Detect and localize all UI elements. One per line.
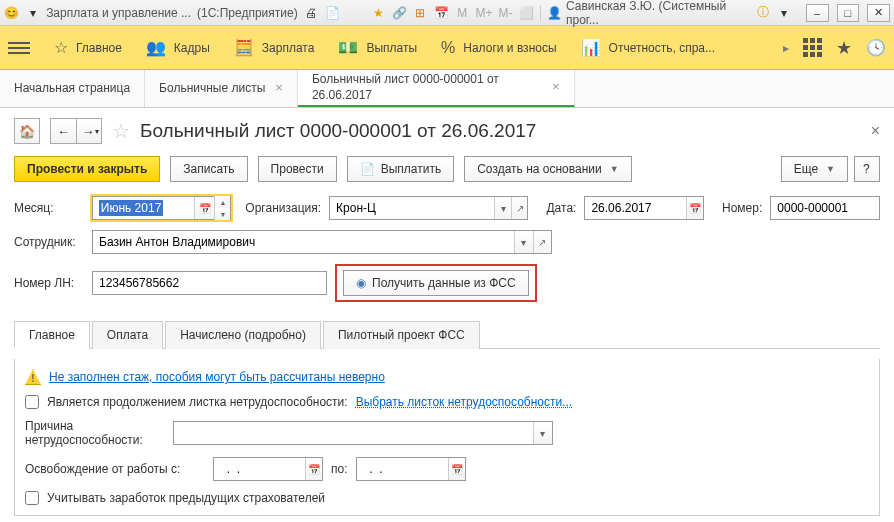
reason-field[interactable]: ▾ [173, 421, 553, 445]
date-input[interactable] [585, 197, 686, 219]
chevron-right-icon[interactable]: ▸ [783, 41, 789, 55]
nav-main[interactable]: ☆Главное [54, 38, 122, 57]
month-field[interactable]: Июнь 2017 📅 ▲▼ [92, 196, 232, 220]
tab-label: Оплата [107, 328, 148, 342]
pay-button[interactable]: 📄Выплатить [347, 156, 455, 182]
m-plus-icon[interactable]: M+ [476, 5, 492, 21]
fss-button[interactable]: ◉ Получить данные из ФСС [343, 270, 529, 296]
run-button[interactable]: Провести [258, 156, 337, 182]
page-tab-doc[interactable]: Больничный лист 0000-000001 от 26.06.201… [298, 70, 575, 107]
continuation-link[interactable]: Выбрать листок нетрудоспособности... [356, 395, 573, 409]
pay-icon: 📄 [360, 162, 375, 176]
dropdown-icon[interactable]: ▾ [494, 197, 511, 219]
home-button[interactable]: 🏠 [14, 118, 40, 144]
warning-icon: ! [25, 369, 41, 385]
ln-input[interactable] [93, 272, 326, 294]
continuation-checkbox[interactable] [25, 395, 39, 409]
date-field[interactable]: 📅 [584, 196, 704, 220]
print-icon[interactable]: 🖨 [304, 5, 319, 21]
close-window-button[interactable]: ✕ [867, 4, 890, 22]
write-button[interactable]: Записать [170, 156, 247, 182]
user-area[interactable]: 👤 Савинская З.Ю. (Системный прог... [547, 0, 750, 27]
org-label: Организация: [245, 201, 321, 215]
m-icon[interactable]: M [455, 5, 470, 21]
tab-close-icon[interactable]: × [552, 79, 560, 96]
hamburger-icon[interactable] [8, 39, 30, 57]
open-icon[interactable]: ↗ [511, 197, 528, 219]
info-dd-icon[interactable]: ▾ [777, 5, 792, 21]
reason-input[interactable] [174, 422, 533, 444]
employee-field[interactable]: ▾ ↗ [92, 230, 552, 254]
create-based-button[interactable]: Создать на основании▼ [464, 156, 631, 182]
tab-body: ! Не заполнен стаж, пособия могут быть р… [14, 359, 880, 516]
star-icon[interactable]: ★ [371, 5, 386, 21]
nav-reports[interactable]: 📊Отчетность, спра... [581, 38, 715, 57]
month-spinner[interactable]: ▲▼ [214, 196, 230, 220]
apps-grid-icon[interactable] [803, 38, 822, 57]
release-to-field[interactable]: 📅 [356, 457, 466, 481]
release-from-input[interactable] [214, 458, 305, 480]
run-close-button[interactable]: Провести и закрыть [14, 156, 160, 182]
fss-icon: ◉ [356, 276, 366, 290]
nav-taxes[interactable]: %Налоги и взносы [441, 39, 557, 57]
info-icon[interactable]: ⓘ [756, 5, 771, 21]
calendar-icon[interactable]: 📅 [434, 5, 449, 21]
calendar-picker-icon[interactable]: 📅 [305, 458, 322, 480]
person-icon: 👤 [547, 6, 562, 20]
employee-input[interactable] [93, 231, 514, 253]
org-field[interactable]: ▾ ↗ [329, 196, 528, 220]
calendar-picker-icon[interactable]: 📅 [686, 197, 703, 219]
m-minus-icon[interactable]: M- [498, 5, 513, 21]
number-field[interactable] [770, 196, 880, 220]
tab-label: Пилотный проект ФСС [338, 328, 465, 342]
page-tab-start[interactable]: Начальная страница [0, 70, 145, 107]
btn-label: ? [863, 162, 870, 176]
inner-tab-payment[interactable]: Оплата [92, 321, 163, 349]
dropdown-icon[interactable]: ▾ [533, 422, 552, 444]
open-icon[interactable]: ↗ [533, 231, 551, 253]
nav-payments[interactable]: 💵Выплаты [338, 38, 417, 57]
nav-salary-label: Зарплата [262, 41, 315, 55]
favorite-star-icon[interactable]: ☆ [112, 119, 130, 143]
warning-link[interactable]: Не заполнен стаж, пособия могут быть рас… [49, 370, 385, 384]
nav-main-label: Главное [76, 41, 122, 55]
inner-tab-pilot[interactable]: Пилотный проект ФСС [323, 321, 480, 349]
form: Месяц: Июнь 2017 📅 ▲▼ Организация: ▾ ↗ Д… [14, 196, 880, 516]
page-tab-label: Больничные листы [159, 81, 265, 97]
page-tab-list[interactable]: Больничные листы× [145, 70, 298, 107]
titlebar: 😊 ▾ Зарплата и управление ... (1С:Предпр… [0, 0, 894, 26]
tab-close-icon[interactable]: × [275, 80, 283, 97]
page-tab-label: Больничный лист 0000-000001 от 26.06.201… [312, 72, 542, 103]
org-input[interactable] [330, 197, 494, 219]
release-from-field[interactable]: 📅 [213, 457, 323, 481]
maximize-button[interactable]: □ [837, 4, 860, 22]
number-input[interactable] [771, 197, 879, 219]
inner-tab-main[interactable]: Главное [14, 321, 90, 349]
nav-salary[interactable]: 🧮Зарплата [234, 38, 315, 57]
release-label: Освобождение от работы с: [25, 462, 205, 476]
ln-field[interactable] [92, 271, 327, 295]
more-button[interactable]: Еще▼ [781, 156, 848, 182]
minimize-button[interactable]: – [806, 4, 829, 22]
back-button[interactable]: ← [50, 118, 76, 144]
calendar-picker-icon[interactable]: 📅 [448, 458, 465, 480]
doc-icon[interactable]: 📄 [325, 5, 340, 21]
table-icon[interactable]: ⊞ [413, 5, 428, 21]
history-icon[interactable]: 🕓 [866, 38, 886, 57]
inner-tab-detailed[interactable]: Начислено (подробно) [165, 321, 321, 349]
dropdown-icon[interactable]: ▾ [514, 231, 532, 253]
release-to-input[interactable] [357, 458, 448, 480]
calendar-picker-icon[interactable]: 📅 [194, 197, 214, 219]
app-suffix: (1С:Предприятие) [197, 6, 298, 20]
link-icon[interactable]: 🔗 [392, 5, 407, 21]
dropdown-icon[interactable]: ▾ [25, 5, 40, 21]
close-doc-button[interactable]: × [871, 122, 880, 140]
btn-label: Выплатить [381, 162, 442, 176]
help-button[interactable]: ? [854, 156, 880, 182]
report-icon: 📊 [581, 38, 601, 57]
prev-insurers-checkbox[interactable] [25, 491, 39, 505]
forward-button[interactable]: → ▾ [76, 118, 102, 144]
fav-star-icon[interactable]: ★ [836, 37, 852, 59]
box-icon[interactable]: ⬜ [519, 5, 534, 21]
nav-hr[interactable]: 👥Кадры [146, 38, 210, 57]
